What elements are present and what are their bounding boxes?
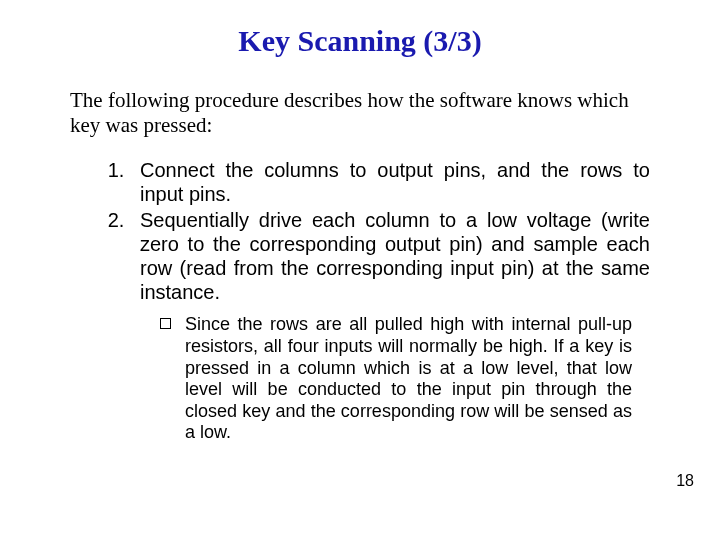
step-1: Connect the columns to output pins, and … (130, 158, 650, 206)
note-bullet: Since the rows are all pulled high with … (160, 314, 632, 444)
page-number: 18 (676, 472, 694, 490)
intro-paragraph: The following procedure describes how th… (70, 88, 650, 138)
procedure-list: Connect the columns to output pins, and … (70, 158, 650, 304)
step-2: Sequentially drive each column to a low … (130, 208, 650, 304)
slide: Key Scanning (3/3) The following procedu… (0, 0, 720, 540)
square-bullet-icon (160, 318, 171, 329)
note-text: Since the rows are all pulled high with … (185, 314, 632, 444)
slide-title: Key Scanning (3/3) (70, 24, 650, 58)
